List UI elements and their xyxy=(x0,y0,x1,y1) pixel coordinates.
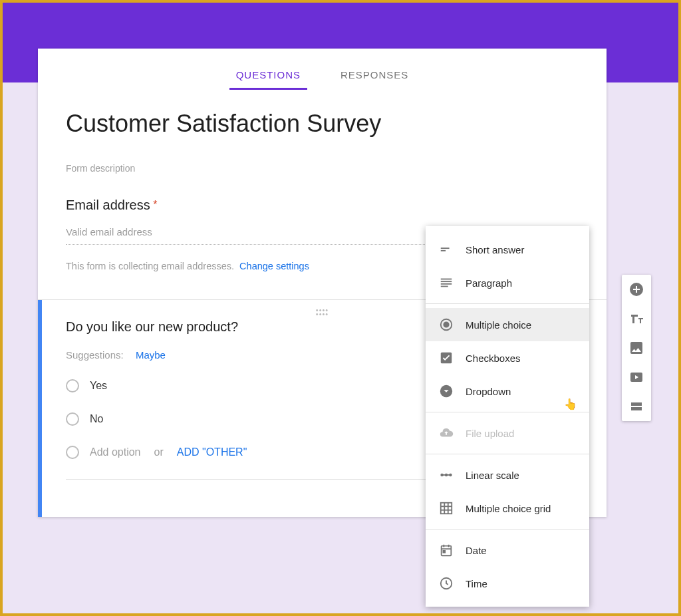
radio-icon xyxy=(66,412,79,426)
menu-label: File upload xyxy=(466,428,514,439)
form-title[interactable]: Customer Satisfaction Survey xyxy=(66,110,579,138)
svg-point-8 xyxy=(444,322,448,327)
question-type-menu: Short answer Paragraph Multiple choice 👆… xyxy=(426,226,589,607)
radio-icon xyxy=(439,317,454,332)
add-image-button[interactable] xyxy=(628,340,644,356)
menu-label: Checkboxes xyxy=(466,353,521,364)
svg-rect-3 xyxy=(441,279,452,280)
add-title-button[interactable] xyxy=(628,311,644,327)
menu-file-upload: File upload xyxy=(426,416,589,450)
menu-checkboxes[interactable]: Checkboxes xyxy=(426,341,589,375)
radio-icon xyxy=(66,446,79,459)
form-tabs: QUESTIONS RESPONSES xyxy=(38,49,607,90)
short-answer-icon xyxy=(439,242,454,257)
clock-icon xyxy=(439,576,454,591)
option-label: No xyxy=(90,413,103,425)
form-description[interactable]: Form description xyxy=(66,163,579,174)
menu-short-answer[interactable]: Short answer xyxy=(426,233,589,266)
or-text: or xyxy=(154,446,164,458)
grid-icon xyxy=(439,501,454,516)
menu-paragraph[interactable]: Paragraph xyxy=(426,266,589,299)
radio-icon xyxy=(66,379,79,392)
svg-rect-28 xyxy=(631,402,642,406)
svg-rect-1 xyxy=(441,247,450,249)
collect-note-text: This form is collecting email addresses. xyxy=(66,261,234,271)
menu-date[interactable]: Date xyxy=(426,534,589,567)
menu-label: Multiple choice xyxy=(466,319,531,331)
menu-separator xyxy=(426,303,589,304)
dropdown-icon xyxy=(439,384,454,398)
menu-separator xyxy=(426,454,589,454)
svg-rect-14 xyxy=(442,474,451,476)
checkbox-icon xyxy=(439,351,454,365)
change-settings-link[interactable]: Change settings xyxy=(239,261,309,271)
menu-separator xyxy=(426,412,589,412)
menu-label: Time xyxy=(466,578,487,589)
svg-rect-2 xyxy=(441,250,446,251)
add-section-button[interactable] xyxy=(628,398,644,414)
email-address-label: Email address xyxy=(66,198,150,212)
menu-label: Date xyxy=(466,545,487,556)
side-toolbar xyxy=(622,275,651,421)
svg-rect-4 xyxy=(441,281,452,282)
calendar-icon xyxy=(439,543,454,557)
drag-handle-icon[interactable]: •••••••• xyxy=(316,308,329,316)
question-text[interactable]: Do you like our new product? xyxy=(66,319,238,335)
svg-rect-5 xyxy=(441,283,452,285)
add-question-button[interactable] xyxy=(628,281,644,297)
email-input[interactable]: Valid email address xyxy=(66,226,425,245)
svg-rect-15 xyxy=(441,503,452,514)
menu-label: Linear scale xyxy=(466,470,519,481)
suggestion-maybe[interactable]: Maybe xyxy=(136,349,166,361)
option-label: Yes xyxy=(90,380,107,392)
svg-rect-24 xyxy=(443,551,445,553)
tab-questions[interactable]: QUESTIONS xyxy=(229,69,307,90)
add-video-button[interactable] xyxy=(628,369,644,385)
menu-multiple-choice[interactable]: Multiple choice 👆 xyxy=(426,308,589,341)
suggestions-label: Suggestions: xyxy=(66,349,124,361)
menu-dropdown[interactable]: Dropdown xyxy=(426,375,589,408)
tab-responses[interactable]: RESPONSES xyxy=(334,69,415,90)
add-other-link[interactable]: ADD "OTHER" xyxy=(177,446,247,458)
menu-separator xyxy=(426,529,589,530)
menu-time[interactable]: Time xyxy=(426,567,589,600)
cloud-upload-icon xyxy=(439,426,454,440)
add-option-text[interactable]: Add option xyxy=(90,446,141,458)
svg-rect-6 xyxy=(441,286,448,287)
menu-label: Multiple choice grid xyxy=(466,503,551,514)
menu-linear-scale[interactable]: Linear scale xyxy=(426,458,589,492)
paragraph-icon xyxy=(439,275,454,290)
menu-label: Short answer xyxy=(466,244,524,255)
menu-label: Dropdown xyxy=(466,386,511,397)
menu-multiple-choice-grid[interactable]: Multiple choice grid xyxy=(426,492,589,525)
required-asterisk: * xyxy=(153,199,157,210)
menu-label: Paragraph xyxy=(466,277,512,289)
svg-rect-29 xyxy=(631,407,642,410)
linear-scale-icon xyxy=(439,468,454,482)
